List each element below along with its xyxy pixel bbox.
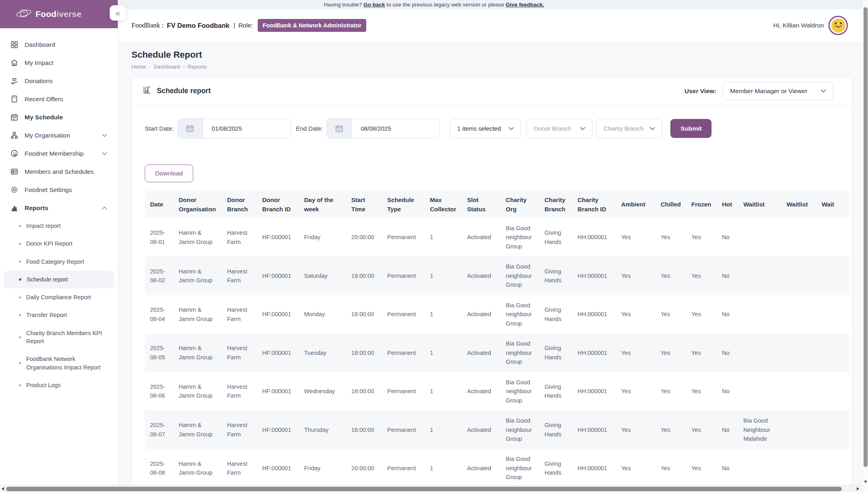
- table-cell: [782, 218, 817, 256]
- charity-branch-dropdown[interactable]: Charity Branch: [596, 119, 662, 138]
- column-header: Day of the week: [299, 191, 346, 218]
- vertical-scrollbar[interactable]: [863, 0, 868, 492]
- breadcrumb-dashboard[interactable]: Dashboard: [154, 64, 180, 70]
- sidebar-item-label: Donations: [25, 77, 53, 85]
- sidebar-item-my-impact[interactable]: My Impact: [0, 54, 118, 72]
- sidebar-item-my-schedule[interactable]: My Schedule: [0, 108, 118, 126]
- dashboard-icon: [10, 40, 19, 49]
- table-cell: Yes: [686, 218, 717, 256]
- table-cell: [817, 218, 849, 256]
- column-header: Ambient: [616, 191, 656, 218]
- main-area: Having trouble? Go back to use the previ…: [118, 0, 868, 492]
- column-header: Start Time: [346, 191, 382, 218]
- table-cell: Harvest Farm: [222, 218, 257, 256]
- table-cell: No: [717, 449, 739, 487]
- scroll-right-arrow-icon[interactable]: [857, 487, 859, 490]
- sidebar-subitem-product-logs[interactable]: Product Logs: [0, 376, 118, 394]
- breadcrumb-home[interactable]: Home: [131, 64, 146, 70]
- table-cell: Yes: [656, 411, 686, 449]
- scroll-left-arrow-icon[interactable]: [2, 487, 4, 490]
- sidebar-item-foodnet-membership[interactable]: Foodnet Membership: [0, 144, 118, 163]
- card-title: Schedule report: [157, 87, 211, 95]
- table-cell: Activated: [462, 372, 501, 411]
- sidebar-subitem-label: Donor KPI Report: [26, 240, 72, 248]
- table-cell: HH:000001: [573, 334, 616, 372]
- column-header: Frozen: [686, 191, 717, 218]
- table-cell: 2025-08-02: [145, 256, 174, 295]
- table-cell: 18:00:00: [346, 411, 382, 449]
- avatar[interactable]: [828, 16, 848, 35]
- user-view-select[interactable]: Member Manager or Viewer: [723, 82, 833, 100]
- table-cell: [739, 449, 782, 487]
- start-date-input[interactable]: 01/08/2025: [177, 119, 291, 138]
- sidebar-item-members-and-schedules[interactable]: Members and Schedules: [0, 163, 118, 181]
- table-cell: [817, 411, 849, 449]
- items-selected-dropdown[interactable]: 1 items selected: [450, 119, 521, 138]
- sidebar-item-my-organisation[interactable]: My Organisation: [0, 126, 118, 144]
- sidebar-subitem-donor-kpi-report[interactable]: Donor KPI Report: [0, 235, 118, 252]
- table-cell: Bia Good neighbour Group: [501, 449, 540, 487]
- table-cell: Bia Good neighbour Group: [501, 372, 540, 411]
- foodiverse-logo[interactable]: Foodiverse: [15, 7, 81, 21]
- horizontal-scroll-thumb[interactable]: [6, 487, 842, 491]
- table-cell: Saturday: [299, 256, 346, 295]
- bullet-icon: [19, 362, 21, 364]
- vertical-scroll-thumb[interactable]: [864, 7, 868, 467]
- table-cell: Bia Good Neighbour Malahide: [739, 411, 782, 449]
- donor-branch-dropdown[interactable]: Donor Branch: [526, 119, 593, 138]
- table-cell: [782, 295, 817, 334]
- table-cell: Friday: [299, 218, 346, 256]
- table-cell: [782, 256, 817, 295]
- breadcrumb-reports[interactable]: Reports: [188, 64, 207, 70]
- sidebar-item-foodnet-settings[interactable]: Foodnet Settings: [0, 181, 118, 199]
- sidebar-item-label: My Impact: [25, 59, 53, 67]
- sidebar-subitem-impact-report[interactable]: Impact report: [0, 217, 118, 235]
- sidebar-item-recent-offers[interactable]: Recent Offers: [0, 90, 118, 108]
- sidebar-subitem-foodbank-network-organisations-impact-report[interactable]: Foodbank Network Organisations Impact Re…: [0, 350, 118, 376]
- table-cell: HH:000001: [573, 411, 616, 449]
- table-cell: Tuesday: [299, 334, 346, 372]
- table-cell: 2025-08-07: [145, 411, 174, 449]
- table-cell: [739, 218, 782, 256]
- table-cell: 18:00:00: [346, 295, 382, 334]
- table-row: 2025-08-04Hamm & Jamm GroupHarvest FarmH…: [145, 295, 849, 334]
- role-badge: FoodBank & Network Administrator: [258, 19, 366, 32]
- chevron-down-icon: [102, 134, 107, 137]
- end-date-label: End Date:: [296, 125, 323, 132]
- items-selected-value: 1 items selected: [457, 125, 501, 132]
- give-feedback-link[interactable]: Give feedback.: [506, 2, 544, 8]
- sidebar-item-dashboard[interactable]: Dashboard: [0, 35, 118, 54]
- sidebar-subitem-schedule-report[interactable]: Schedule report: [4, 271, 114, 288]
- table-cell: 1: [425, 295, 462, 334]
- table-cell: 18:00:00: [346, 334, 382, 372]
- submit-button[interactable]: Submit: [670, 119, 712, 138]
- table-cell: Hamm & Jamm Group: [174, 256, 222, 295]
- sidebar-subitem-transfer-report[interactable]: Transfer Report: [0, 306, 118, 324]
- table-cell: Yes: [686, 411, 717, 449]
- table-cell: Yes: [616, 295, 656, 334]
- sidebar-subitem-label: Food Category Report: [26, 258, 84, 266]
- sidebar-subitem-daily-compliance-report[interactable]: Daily Compliance Report: [0, 288, 118, 306]
- table-cell: [782, 334, 817, 372]
- table-cell: Hamm & Jamm Group: [174, 372, 222, 411]
- sidebar-subitem-charity-branch-members-kpi-report[interactable]: Charity Branch Members KPI Report: [0, 324, 118, 350]
- planet-logo-icon: [15, 7, 32, 21]
- breadcrumb: Home-Dashboard-Reports: [131, 64, 868, 70]
- sidebar-collapse-button[interactable]: «: [110, 5, 126, 21]
- scroll-down-arrow-icon[interactable]: [864, 481, 867, 483]
- table-cell: HF:000001: [257, 295, 299, 334]
- sidebar-subitem-food-category-report[interactable]: Food Category Report: [0, 253, 118, 271]
- download-button[interactable]: Download: [145, 165, 193, 182]
- table-row: 2025-08-01Hamm & Jamm GroupHarvest FarmH…: [145, 218, 849, 256]
- sidebar-item-donations[interactable]: Donations: [0, 72, 118, 90]
- table-cell: Yes: [686, 256, 717, 295]
- horizontal-scrollbar[interactable]: [0, 485, 868, 492]
- sidebar-item-label: Foodnet Settings: [25, 186, 72, 194]
- table-cell: 2025-08-01: [145, 218, 174, 256]
- go-back-link[interactable]: Go back: [363, 2, 385, 8]
- end-date-input[interactable]: 08/08/2025: [326, 119, 440, 138]
- table-cell: HH:000001: [573, 372, 616, 411]
- sidebar-item-reports[interactable]: Reports: [0, 199, 118, 217]
- brand-name: Foodiverse: [35, 9, 81, 19]
- calendar-icon: [178, 119, 203, 138]
